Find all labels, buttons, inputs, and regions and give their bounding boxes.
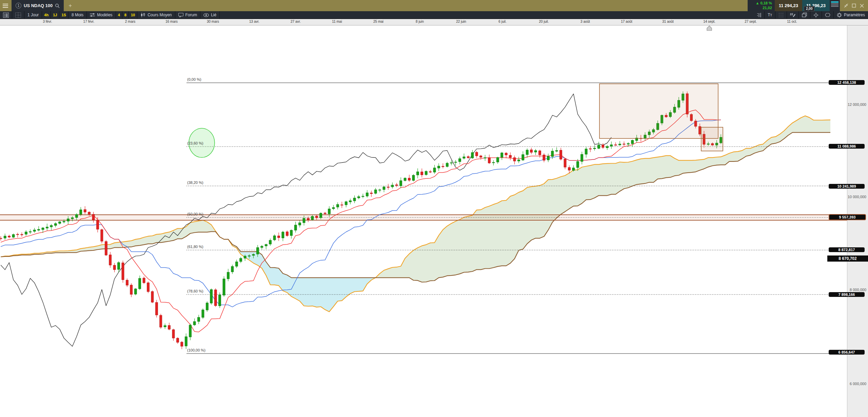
model-10-button[interactable]: 10 <box>129 11 137 19</box>
models-label: Modèles <box>97 13 112 17</box>
candle-body <box>151 291 154 302</box>
candle-body <box>240 258 242 261</box>
price-tick-label: 10 000,000 <box>848 195 866 199</box>
main-menu-button[interactable] <box>0 0 11 11</box>
layers-button[interactable] <box>799 11 810 19</box>
candle-body <box>147 283 149 291</box>
candle-body <box>290 230 293 235</box>
candle-body <box>332 207 335 209</box>
date-tick-label: 17 févr. <box>83 20 95 23</box>
candle-body <box>589 149 592 149</box>
candle-body <box>555 150 558 151</box>
reduce-window-button[interactable] <box>843 3 849 8</box>
candle-body <box>543 155 545 160</box>
price-level-badge: 9 557,393 <box>829 214 866 220</box>
date-tick-label: 25 mai <box>373 20 383 23</box>
candle-body <box>278 236 280 238</box>
add-tab-button[interactable]: + <box>64 0 77 11</box>
candle-body <box>109 255 112 265</box>
model-4-button[interactable]: 4 <box>116 11 122 19</box>
crosshair-button[interactable] <box>810 11 822 19</box>
candle-body <box>193 322 196 325</box>
candle-body <box>522 154 524 160</box>
eye-icon <box>203 13 209 17</box>
shapes-button[interactable] <box>822 11 834 19</box>
date-tick-label: 2 mars <box>125 20 136 23</box>
date-tick-label: 31 août <box>662 20 673 23</box>
layout-grid-button[interactable] <box>12 11 24 19</box>
grid-toggle-button[interactable] <box>775 11 787 19</box>
candle-body <box>118 263 120 269</box>
sliders-icon <box>90 13 95 17</box>
settings-button[interactable]: Paramètres <box>834 11 868 19</box>
candle-body <box>202 310 204 318</box>
candle-body <box>606 147 608 148</box>
candle-body <box>42 228 44 230</box>
maximize-window-button[interactable] <box>851 3 857 8</box>
dotted-grid-icon <box>778 13 784 18</box>
spread-value: 2,00 <box>804 6 814 11</box>
chart-list-button[interactable] <box>0 11 12 19</box>
models-button[interactable]: Modèles <box>87 11 116 19</box>
tab-number-icon: 1 <box>16 3 21 8</box>
candle-body <box>631 140 634 144</box>
date-tick-label: 20 juil. <box>539 20 549 23</box>
candlestick-icon <box>140 13 145 17</box>
candle-body <box>33 230 36 231</box>
last-bar-marker-icon[interactable] <box>706 25 712 31</box>
candle-body <box>404 178 406 181</box>
candle-body <box>235 262 238 266</box>
candle-body <box>80 210 82 214</box>
pencil-hash-icon <box>790 13 795 17</box>
drawing-tools-button[interactable] <box>787 11 799 19</box>
candle-body <box>299 223 301 225</box>
candle-body <box>454 162 457 163</box>
order-panel-button[interactable] <box>753 11 765 19</box>
date-tick-label: 11 mai <box>332 20 342 23</box>
candle-body <box>210 289 213 303</box>
candle-body <box>185 337 187 346</box>
period-select[interactable]: 8 Mois <box>68 11 87 19</box>
tf-1s-button[interactable]: 1S <box>59 11 68 19</box>
candle-body <box>92 214 95 220</box>
bid-price[interactable]: 11 294,23 <box>775 0 802 11</box>
timeframe-select[interactable]: 1 Jour <box>24 11 42 19</box>
candle-body <box>379 190 381 190</box>
candle-body <box>25 232 27 234</box>
close-window-button[interactable] <box>859 3 865 8</box>
fib-level-label: (78,60 %) <box>187 289 203 293</box>
candle-body <box>88 212 91 214</box>
search-icon[interactable] <box>55 3 60 8</box>
candle-body <box>286 232 288 235</box>
candle-body <box>206 303 208 310</box>
average-price-button[interactable]: Cours Moyen <box>137 11 175 19</box>
grid-layout-icon <box>15 13 21 18</box>
tf-4h-button[interactable]: 4h <box>42 11 51 19</box>
candle-body <box>126 280 128 285</box>
price-level-badge: 7 898,166 <box>829 292 865 297</box>
candle-body <box>71 217 74 219</box>
candle-body <box>560 150 562 159</box>
polygon-shape-icon <box>825 13 830 17</box>
candle-body <box>353 198 356 201</box>
order-book-icon[interactable] <box>830 0 840 11</box>
fib-level-label: (23,60 %) <box>187 141 203 145</box>
tf-1j-button[interactable]: 1J <box>51 11 59 19</box>
candle-body <box>143 278 145 283</box>
price-chart[interactable] <box>0 25 868 417</box>
date-axis[interactable]: 3 févr.17 févr.2 mars16 mars30 mars13 av… <box>0 19 868 25</box>
text-tool-icon: Tᴛ <box>768 13 772 17</box>
instrument-name: US NDAQ 100 <box>24 3 53 8</box>
candle-body <box>231 266 234 272</box>
linked-button[interactable]: Lié <box>200 11 220 19</box>
text-tool-button[interactable]: Tᴛ <box>765 11 775 19</box>
model-8-button[interactable]: 8 <box>122 11 129 19</box>
indent-lines-icon <box>756 13 761 17</box>
forum-button[interactable]: Forum <box>175 11 201 19</box>
date-tick-label: 27 sept. <box>745 20 757 23</box>
instrument-tab[interactable]: 1 US NDAQ 100 <box>12 0 64 11</box>
candle-body <box>585 149 587 154</box>
candle-body <box>619 144 621 145</box>
candle-body <box>459 158 461 162</box>
candle-body <box>374 190 377 193</box>
